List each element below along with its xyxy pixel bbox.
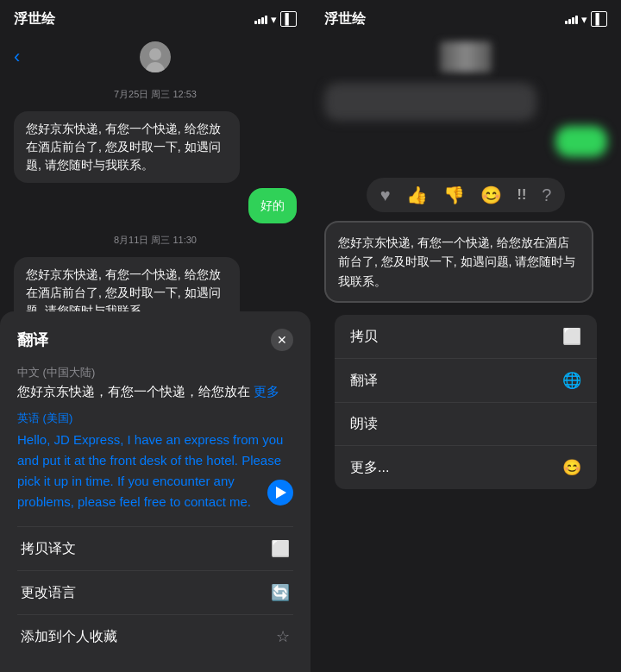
right-more-icon: 😊	[562, 458, 581, 477]
right-app-title: 浮世绘	[324, 10, 366, 28]
play-button[interactable]	[267, 480, 293, 506]
battery-icon: ▌	[280, 11, 297, 27]
menu-item-copy-translation-label: 拷贝译文	[21, 540, 76, 558]
left-status-icons: ▾ ▌	[254, 11, 297, 27]
right-menu-more[interactable]: 更多... 😊	[335, 446, 597, 489]
right-menu-more-label: 更多...	[350, 459, 389, 477]
right-translate-icon: 🌐	[562, 371, 581, 390]
left-nav-bar: ‹	[0, 38, 310, 76]
thumbs-down-icon[interactable]: 👎	[443, 185, 465, 205]
translation-title: 翻译	[17, 330, 48, 350]
exclamation-icon[interactable]: !!	[518, 187, 527, 203]
question-icon[interactable]: ?	[542, 185, 551, 205]
contact-avatar[interactable]	[140, 41, 171, 72]
close-button[interactable]: ✕	[271, 329, 293, 351]
translate-icon: 🔄	[271, 583, 290, 602]
right-wifi-icon: ▾	[581, 13, 587, 26]
blurred-message-1	[324, 83, 536, 121]
right-context-menu: 拷贝 ⬜ 翻译 🌐 朗读 更多... 😊	[335, 315, 597, 489]
source-text: 您好京东快递，有您一个快递，给您放在 更多	[17, 384, 293, 400]
more-link[interactable]: 更多	[254, 384, 279, 399]
target-text: Hello, JD Express, I have an express fro…	[17, 430, 293, 512]
message-sent-1[interactable]: 好的	[248, 188, 297, 223]
menu-item-change-lang[interactable]: 更改语言 🔄	[17, 571, 293, 615]
right-contact-avatar-blurred	[440, 41, 492, 72]
right-menu-translate-label: 翻译	[350, 372, 378, 390]
left-status-bar: 浮世绘 ▾ ▌	[0, 0, 310, 38]
left-app-title: 浮世绘	[14, 10, 55, 28]
right-menu-translate[interactable]: 翻译 🌐	[335, 359, 597, 403]
target-lang-label: 英语 (美国)	[17, 411, 293, 426]
emoji-icon[interactable]: 😊	[480, 185, 502, 205]
right-copy-icon: ⬜	[562, 327, 581, 346]
translation-overlay: 翻译 ✕ 中文 (中国大陆) 您好京东快递，有您一个快递，给您放在 更多 英语 …	[0, 311, 310, 672]
highlighted-message[interactable]: 您好京东快递, 有您一个快递, 给您放在酒店前台了, 您及时取一下, 如遇问题,…	[324, 221, 593, 303]
menu-item-favorite-label: 添加到个人收藏	[21, 628, 117, 646]
translation-header: 翻译 ✕	[17, 329, 293, 351]
right-status-bar: 浮世绘 ▾ ▌	[310, 0, 621, 38]
right-signal-icon	[565, 14, 578, 24]
copy-icon: ⬜	[271, 539, 290, 558]
right-menu-read[interactable]: 朗读	[335, 403, 597, 446]
right-menu-read-label: 朗读	[350, 415, 378, 433]
reaction-bar[interactable]: ♥ 👍 👎 😊 !! ?	[367, 178, 566, 212]
play-icon	[276, 487, 286, 499]
right-panel: 浮世绘 ▾ ▌ ♥ 👍 👎 😊 !! ?	[310, 0, 621, 672]
date-label-2: 8月11日 周三 11:30	[14, 234, 297, 247]
heart-icon[interactable]: ♥	[380, 185, 391, 205]
menu-item-copy-translation[interactable]: 拷贝译文 ⬜	[17, 527, 293, 571]
right-menu-copy[interactable]: 拷贝 ⬜	[335, 315, 597, 359]
right-status-icons: ▾ ▌	[565, 11, 607, 27]
source-lang-label: 中文 (中国大陆)	[17, 365, 293, 380]
right-nav-bar	[310, 38, 621, 76]
message-received-1[interactable]: 您好京东快递, 有您一个快递, 给您放在酒店前台了, 您及时取一下, 如遇问题,…	[14, 111, 240, 183]
right-menu-copy-label: 拷贝	[350, 328, 378, 346]
blurred-message-sent	[555, 126, 607, 157]
back-button[interactable]: ‹	[14, 46, 20, 68]
star-icon: ☆	[276, 627, 290, 646]
right-chat-area: ♥ 👍 👎 😊 !! ? 您好京东快递, 有您一个快递, 给您放在酒店前台了, …	[310, 76, 621, 672]
translation-menu: 拷贝译文 ⬜ 更改语言 🔄 添加到个人收藏 ☆	[17, 526, 293, 658]
left-panel: 浮世绘 ▾ ▌ ‹ 7月25日 周三 12:53 您好京东快递, 有您一个快递,…	[0, 0, 310, 672]
thumbs-up-icon[interactable]: 👍	[406, 185, 428, 205]
wifi-icon: ▾	[271, 13, 277, 26]
right-battery-icon: ▌	[591, 11, 607, 27]
signal-icon	[254, 14, 267, 24]
menu-item-favorite[interactable]: 添加到个人收藏 ☆	[17, 615, 293, 658]
date-label-1: 7月25日 周三 12:53	[14, 88, 297, 101]
menu-item-change-lang-label: 更改语言	[21, 584, 76, 602]
